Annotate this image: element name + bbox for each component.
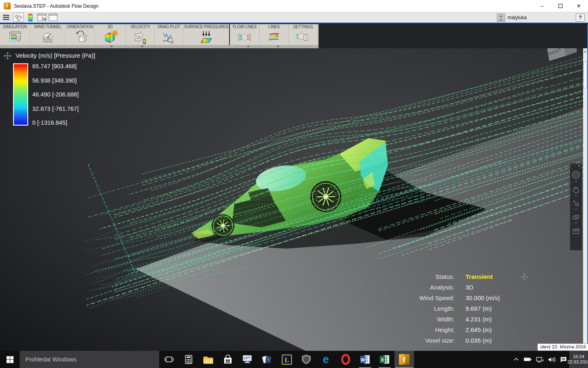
ribbon-group-label: SIMULATION bbox=[3, 25, 27, 29]
svg-text:L: L bbox=[285, 357, 289, 364]
ribbon-dropdown-icon[interactable] bbox=[140, 46, 144, 47]
help-button[interactable]: ? bbox=[576, 13, 585, 22]
legend-entry: 65.747 [903.468] bbox=[32, 63, 79, 69]
legend-colorbar bbox=[13, 63, 28, 126]
ribbon-group-label: SURFACE PRESSURES bbox=[184, 25, 228, 29]
ribbon-group-drag-plot[interactable]: DRAG PLOTCd bbox=[155, 24, 183, 45]
legend-entry: 56.938 [348.390] bbox=[32, 78, 79, 83]
ribbon-group-surface-pressures[interactable]: SURFACE PRESSURES bbox=[183, 24, 230, 45]
scrollbar-thumb[interactable] bbox=[584, 61, 587, 88]
status-value: 30.000 (m/s) bbox=[466, 293, 500, 303]
ribbon-dropdown-icon[interactable] bbox=[276, 46, 280, 47]
surface-pressures-icon bbox=[197, 29, 215, 45]
start-button[interactable] bbox=[0, 351, 20, 368]
avatar[interactable] bbox=[497, 13, 505, 22]
chevron-up-icon bbox=[513, 357, 519, 362]
ribbon-group-simulation[interactable]: SIMULATION bbox=[0, 24, 30, 45]
status-label: Voxel size: bbox=[408, 335, 454, 346]
tray-chevron-up-button[interactable] bbox=[510, 351, 522, 368]
navbar-pan-hand-button[interactable] bbox=[572, 185, 580, 193]
toolbar-new-window-button[interactable] bbox=[48, 13, 58, 22]
league-of-legends-icon: L bbox=[281, 354, 292, 365]
task-view-icon bbox=[164, 355, 174, 364]
taskbar-calculator-button[interactable] bbox=[179, 351, 198, 368]
status-label: Status: bbox=[408, 272, 454, 282]
front-wheel bbox=[212, 214, 234, 237]
vertical-scrollbar[interactable]: ▲ ▼ bbox=[583, 48, 587, 351]
navbar-chevron-icon: ▾ bbox=[575, 222, 577, 224]
rear-wheel bbox=[310, 181, 341, 212]
edge-icon: e bbox=[320, 354, 332, 365]
status-move-handle[interactable] bbox=[521, 274, 528, 282]
ribbon-group-settings[interactable]: SETTINGS bbox=[289, 24, 318, 45]
ribbon-group-flow-lines[interactable]: FLOW LINES bbox=[230, 24, 260, 45]
orbit-icon bbox=[572, 213, 580, 221]
navbar-steering-wheel-button[interactable] bbox=[572, 171, 580, 179]
window-controls: – ✕ bbox=[533, 0, 588, 12]
taskbar-app-windows-store[interactable] bbox=[218, 351, 238, 368]
ribbon-group-wind-tunnel[interactable]: WIND TUNNEL bbox=[30, 24, 66, 45]
calculator-icon bbox=[184, 355, 193, 364]
toolbar-layout-panels-button[interactable] bbox=[37, 13, 47, 22]
maximize-icon[interactable] bbox=[551, 0, 570, 12]
toolbar-legend-colorbar-button[interactable] bbox=[25, 13, 35, 22]
taskbar-app-flow-design[interactable]: f bbox=[394, 351, 414, 368]
flow-design-icon: f bbox=[398, 353, 410, 366]
status-value: 2.645 (m) bbox=[466, 325, 500, 335]
taskbar-app-file-explorer[interactable] bbox=[198, 351, 218, 368]
navbar-zoom-button[interactable] bbox=[572, 200, 580, 207]
navbar-look-at-box-button[interactable] bbox=[572, 227, 580, 234]
ribbon-group-velocity[interactable]: VELOCITY bbox=[126, 24, 155, 45]
title-bar: f Sestava.STEP - Autodesk Flow Design – … bbox=[0, 0, 588, 12]
orientation-icon bbox=[72, 30, 88, 45]
legend-entry: 0 [-1316.845] bbox=[32, 120, 79, 126]
minimize-icon[interactable]: – bbox=[533, 0, 551, 12]
taskbar-app-world-of-tanks[interactable] bbox=[296, 351, 316, 368]
status-value: Transient bbox=[466, 272, 500, 282]
taskbar-clock[interactable]: 15:24 22.03.2016 bbox=[569, 351, 588, 368]
close-icon[interactable]: ✕ bbox=[570, 0, 588, 12]
taskbar-app-solitaire[interactable] bbox=[257, 351, 277, 368]
cube-3d-icon bbox=[102, 29, 118, 45]
taskbar-search-input[interactable]: Prohledat Windows bbox=[20, 351, 159, 368]
taskbar-task-view-button[interactable] bbox=[159, 351, 179, 368]
ribbon-group-orientation[interactable]: ORIENTATION bbox=[66, 24, 95, 45]
action-center-icon bbox=[560, 356, 567, 363]
taskbar-app-opera[interactable] bbox=[336, 351, 355, 368]
legend-move-handle[interactable] bbox=[4, 52, 11, 61]
search-placeholder: Prohledat Windows bbox=[25, 356, 76, 363]
ribbon-dropdown-icon[interactable] bbox=[247, 46, 250, 47]
svg-text:f: f bbox=[403, 356, 406, 364]
status-value: 3D bbox=[466, 282, 500, 293]
wind-tunnel-icon bbox=[40, 30, 56, 45]
taskbar-app-excel[interactable]: X bbox=[375, 351, 394, 368]
resource-monitor-icon bbox=[242, 354, 253, 365]
ribbon-dropdown-icon[interactable] bbox=[110, 46, 113, 47]
taskbar-app-resource-monitor[interactable] bbox=[238, 351, 257, 368]
tray-battery-button[interactable] bbox=[522, 351, 534, 368]
flow-design-app-icon: f bbox=[4, 2, 11, 9]
taskbar-app-word[interactable]: W bbox=[355, 351, 375, 368]
status-value: 4.231 (m) bbox=[466, 314, 500, 325]
status-value: 9.697 (m) bbox=[466, 303, 500, 314]
tray-network-button[interactable] bbox=[534, 351, 546, 368]
solitaire-icon bbox=[261, 354, 273, 365]
scroll-up-icon[interactable]: ▲ bbox=[583, 48, 587, 54]
toolbar-flashlight-button[interactable] bbox=[13, 13, 24, 22]
taskbar-app-league-of-legends[interactable]: L bbox=[277, 351, 296, 368]
tray-volume-button[interactable] bbox=[546, 351, 557, 368]
legend-entry: 46.490 [-206.688] bbox=[32, 92, 79, 97]
window-title: Sestava.STEP - Autodesk Flow Design bbox=[14, 3, 98, 9]
battery-icon bbox=[523, 357, 532, 362]
ribbon-group-cube-3d[interactable]: 3D bbox=[95, 24, 126, 45]
velocity-icon bbox=[132, 29, 148, 45]
ribbon-group-lines[interactable]: LINES bbox=[260, 24, 289, 45]
navbar-close-icon[interactable]: ✕ bbox=[577, 164, 581, 168]
status-label: Width: bbox=[408, 314, 454, 325]
taskbar-app-edge[interactable]: e bbox=[316, 351, 336, 368]
network-icon bbox=[536, 357, 544, 363]
zoom-icon bbox=[572, 200, 580, 207]
navbar-orbit-button[interactable] bbox=[572, 213, 580, 221]
world-of-tanks-icon bbox=[301, 354, 312, 365]
toolbar-app-menu-button[interactable] bbox=[2, 13, 11, 22]
